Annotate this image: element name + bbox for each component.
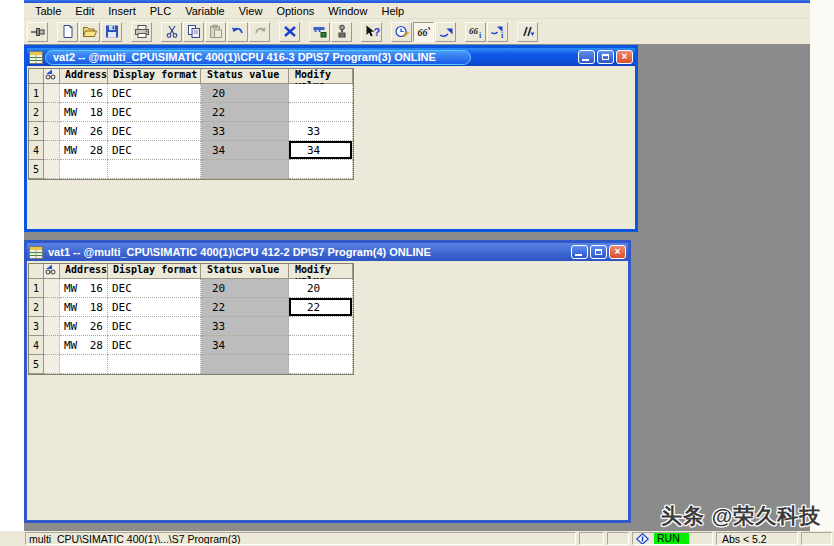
status-cell[interactable] <box>201 160 289 179</box>
format-cell[interactable]: DEC <box>108 84 201 103</box>
address-cell[interactable]: MW16 <box>60 84 108 103</box>
row-marker-cell[interactable] <box>44 279 60 298</box>
paste-button[interactable] <box>205 22 226 42</box>
open-button[interactable] <box>79 22 100 42</box>
row-number[interactable]: 3 <box>29 317 44 336</box>
address-cell[interactable] <box>60 355 108 374</box>
column-header-format[interactable]: Display format <box>108 69 201 84</box>
status-cell[interactable]: 22 <box>201 298 289 317</box>
column-header-format[interactable]: Display format <box>108 264 201 279</box>
help-button[interactable]: ? <box>361 22 382 42</box>
row-number[interactable]: 2 <box>29 103 44 122</box>
address-cell[interactable]: MW16 <box>60 279 108 298</box>
format-cell[interactable] <box>108 160 201 179</box>
address-cell[interactable]: MW28 <box>60 336 108 355</box>
column-header-address[interactable]: Address <box>60 264 108 279</box>
column-header-status[interactable]: Status value <box>201 264 289 279</box>
delete-button[interactable] <box>279 22 300 42</box>
row-number[interactable]: 3 <box>29 122 44 141</box>
activate-modify-values-button[interactable]: i <box>487 22 508 42</box>
modify-cell-selected[interactable]: 22 <box>289 298 353 317</box>
modify-cell[interactable] <box>289 355 353 374</box>
address-cell[interactable]: MW26 <box>60 317 108 336</box>
row-marker-cell[interactable] <box>44 84 60 103</box>
status-cell[interactable]: 20 <box>201 279 289 298</box>
corner-cell[interactable] <box>29 69 44 84</box>
vat1-minimize-button[interactable] <box>571 245 588 259</box>
print-button[interactable] <box>131 22 152 42</box>
save-button[interactable] <box>101 22 122 42</box>
row-marker-cell[interactable] <box>44 160 60 179</box>
monitor-variable-button[interactable]: 66 <box>413 22 434 42</box>
modify-cell-selected[interactable]: 34 <box>289 141 353 160</box>
address-cell[interactable]: MW18 <box>60 298 108 317</box>
modify-cell[interactable] <box>289 336 353 355</box>
vat2-minimize-button[interactable] <box>578 50 595 64</box>
row-number[interactable]: 5 <box>29 160 44 179</box>
address-cell[interactable]: MW28 <box>60 141 108 160</box>
undo-button[interactable] <box>227 22 248 42</box>
redo-button[interactable] <box>249 22 270 42</box>
trigger-button[interactable] <box>391 22 412 42</box>
status-cell[interactable]: 33 <box>201 317 289 336</box>
menu-view[interactable]: View <box>232 4 270 18</box>
modify-cell[interactable] <box>289 84 353 103</box>
menu-window[interactable]: Window <box>321 4 374 18</box>
address-cell[interactable]: MW18 <box>60 103 108 122</box>
format-cell[interactable]: DEC <box>108 298 201 317</box>
vat2-titlebar[interactable]: vat2 -- @multi_CPU\SIMATIC 400(1)\CPU 41… <box>27 48 635 66</box>
column-header-modify[interactable]: Modify value <box>289 264 353 279</box>
monitor-once-button[interactable]: 66i <box>465 22 486 42</box>
vat2-restore-button[interactable] <box>597 50 614 64</box>
column-header-status[interactable]: Status value <box>201 69 289 84</box>
enable-peripheral-outputs-button[interactable] <box>517 22 538 42</box>
menu-edit[interactable]: Edit <box>68 4 101 18</box>
modify-cell[interactable]: 20 <box>289 279 353 298</box>
modify-cell[interactable] <box>289 103 353 122</box>
row-marker-cell[interactable] <box>44 298 60 317</box>
modify-variable-button[interactable] <box>435 22 456 42</box>
column-header-address[interactable]: Address <box>60 69 108 84</box>
row-marker-cell[interactable] <box>44 122 60 141</box>
monitor-column-header[interactable] <box>44 69 60 84</box>
window-vat1[interactable]: vat1 -- @multi_CPU\SIMATIC 400(1)\CPU 41… <box>24 240 631 523</box>
new-button[interactable] <box>57 22 78 42</box>
menu-table[interactable]: Table <box>28 4 68 18</box>
menu-help[interactable]: Help <box>374 4 411 18</box>
row-number[interactable]: 4 <box>29 141 44 160</box>
status-cell[interactable] <box>201 355 289 374</box>
row-number[interactable]: 1 <box>29 279 44 298</box>
connect-direct-cpu-button[interactable] <box>331 22 352 42</box>
row-marker-cell[interactable] <box>44 141 60 160</box>
status-cell[interactable]: 33 <box>201 122 289 141</box>
row-marker-cell[interactable] <box>44 103 60 122</box>
status-cell[interactable]: 34 <box>201 141 289 160</box>
menu-variable[interactable]: Variable <box>178 4 232 18</box>
window-vat2[interactable]: vat2 -- @multi_CPU\SIMATIC 400(1)\CPU 41… <box>24 45 638 232</box>
format-cell[interactable]: DEC <box>108 103 201 122</box>
row-number[interactable]: 4 <box>29 336 44 355</box>
corner-cell[interactable] <box>29 264 44 279</box>
format-cell[interactable] <box>108 355 201 374</box>
address-cell[interactable] <box>60 160 108 179</box>
cut-button[interactable] <box>161 22 182 42</box>
row-marker-cell[interactable] <box>44 355 60 374</box>
vat1-close-button[interactable]: × <box>609 245 626 259</box>
status-cell[interactable]: 22 <box>201 103 289 122</box>
row-number[interactable]: 2 <box>29 298 44 317</box>
status-cell[interactable]: 20 <box>201 84 289 103</box>
vat2-close-button[interactable]: × <box>616 50 633 64</box>
row-number[interactable]: 5 <box>29 355 44 374</box>
format-cell[interactable]: DEC <box>108 336 201 355</box>
pin-button[interactable] <box>27 22 48 42</box>
row-number[interactable]: 1 <box>29 84 44 103</box>
modify-cell[interactable] <box>289 160 353 179</box>
menu-plc[interactable]: PLC <box>143 4 178 18</box>
status-cell[interactable]: 34 <box>201 336 289 355</box>
format-cell[interactable]: DEC <box>108 279 201 298</box>
vat1-restore-button[interactable] <box>590 245 607 259</box>
copy-button[interactable] <box>183 22 204 42</box>
modify-cell[interactable] <box>289 317 353 336</box>
row-marker-cell[interactable] <box>44 336 60 355</box>
monitor-column-header[interactable] <box>44 264 60 279</box>
